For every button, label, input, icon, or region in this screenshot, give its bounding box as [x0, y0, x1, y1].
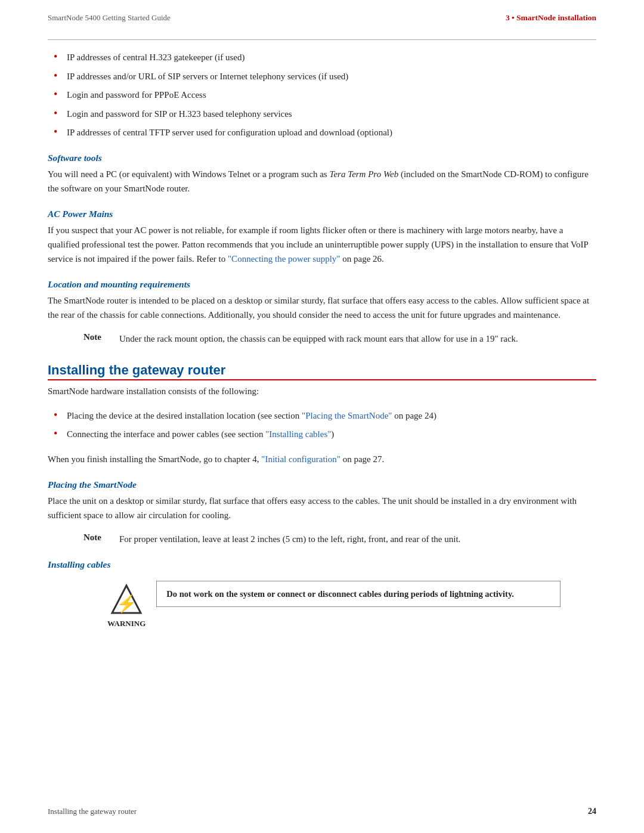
- location-section: Location and mounting requirements The S…: [48, 279, 596, 346]
- note-label: Note: [83, 332, 110, 342]
- header-right: 3 • SmartNode installation: [506, 13, 596, 23]
- list-item: Login and password for PPPoE Access: [54, 88, 596, 102]
- location-heading: Location and mounting requirements: [48, 279, 596, 290]
- software-tools-section: Software tools You will need a PC (or eq…: [48, 153, 596, 196]
- software-tools-heading: Software tools: [48, 153, 596, 163]
- location-note: Note Under the rack mount option, the ch…: [83, 332, 596, 346]
- header-chapter-title: SmartNode installation: [516, 13, 596, 22]
- list-item: IP addresses and/or URL of SIP servers o…: [54, 70, 596, 83]
- warning-icon-container: ⚡ WARNING: [107, 581, 145, 628]
- initial-config-link[interactable]: "Initial configuration": [261, 454, 340, 464]
- gateway-intro: SmartNode hardware installation consists…: [48, 384, 596, 398]
- list-item: IP addresses of central H.323 gatekeeper…: [54, 51, 596, 64]
- installing-cables-section: Installing cables ⚡ WARNING Do not work …: [48, 559, 596, 628]
- header-left: SmartNode 5400 Getting Started Guide: [48, 13, 171, 23]
- warning-label: WARNING: [107, 619, 145, 628]
- warning-text: Do not work on the system or connect or …: [166, 589, 514, 599]
- warning-block: ⚡ WARNING Do not work on the system or c…: [107, 581, 561, 628]
- note-text-2: For proper ventilation, leave at least 2…: [119, 532, 460, 546]
- major-heading-container: Installing the gateway router: [48, 363, 596, 380]
- header-chapter-prefix: 3 •: [506, 13, 516, 22]
- installing-gateway-section: Installing the gateway router SmartNode …: [48, 363, 596, 466]
- top-bullet-list: IP addresses of central H.323 gatekeeper…: [48, 51, 596, 140]
- warning-triangle-icon: ⚡: [110, 583, 143, 617]
- placing-smartnode-heading: Placing the SmartNode: [48, 479, 596, 490]
- note-label-2: Note: [83, 532, 110, 543]
- placing-smartnode-section: Placing the SmartNode Place the unit on …: [48, 479, 596, 546]
- major-heading: Installing the gateway router: [48, 363, 225, 377]
- ac-power-heading: AC Power Mains: [48, 209, 596, 219]
- list-item: Placing the device at the desired instal…: [54, 409, 596, 423]
- page-footer: Installing the gateway router 24: [48, 807, 596, 816]
- placing-smartnode-text: Place the unit on a desktop or similar s…: [48, 494, 596, 522]
- gateway-bullet-list: Placing the device at the desired instal…: [48, 409, 596, 441]
- warning-content: Do not work on the system or connect or …: [156, 581, 561, 607]
- ac-power-text: If you suspect that your AC power is not…: [48, 223, 596, 266]
- software-tools-text: You will need a PC (or equivalent) with …: [48, 167, 596, 196]
- power-supply-link[interactable]: "Connecting the power supply": [228, 254, 340, 264]
- installing-cables-heading: Installing cables: [48, 559, 596, 570]
- installing-cables-link[interactable]: "Installing cables": [265, 429, 331, 439]
- location-text: The SmartNode router is intended to be p…: [48, 293, 596, 322]
- placing-link[interactable]: "Placing the SmartNode": [302, 411, 392, 420]
- ac-power-section: AC Power Mains If you suspect that your …: [48, 209, 596, 266]
- placing-note: Note For proper ventilation, leave at le…: [83, 532, 596, 546]
- list-item: IP addresses of central TFTP server used…: [54, 126, 596, 140]
- list-item: Login and password for SIP or H.323 base…: [54, 107, 596, 121]
- note-text: Under the rack mount option, the chassis…: [119, 332, 518, 346]
- page-header: SmartNode 5400 Getting Started Guide 3 •…: [48, 0, 596, 33]
- page: SmartNode 5400 Getting Started Guide 3 •…: [0, 0, 644, 833]
- list-item: Connecting the interface and power cable…: [54, 428, 596, 441]
- footer-page: 24: [588, 807, 596, 816]
- svg-text:⚡: ⚡: [116, 594, 137, 614]
- header-divider: [48, 39, 596, 40]
- footer-left: Installing the gateway router: [48, 807, 137, 816]
- gateway-footer: When you finish installing the SmartNode…: [48, 452, 596, 466]
